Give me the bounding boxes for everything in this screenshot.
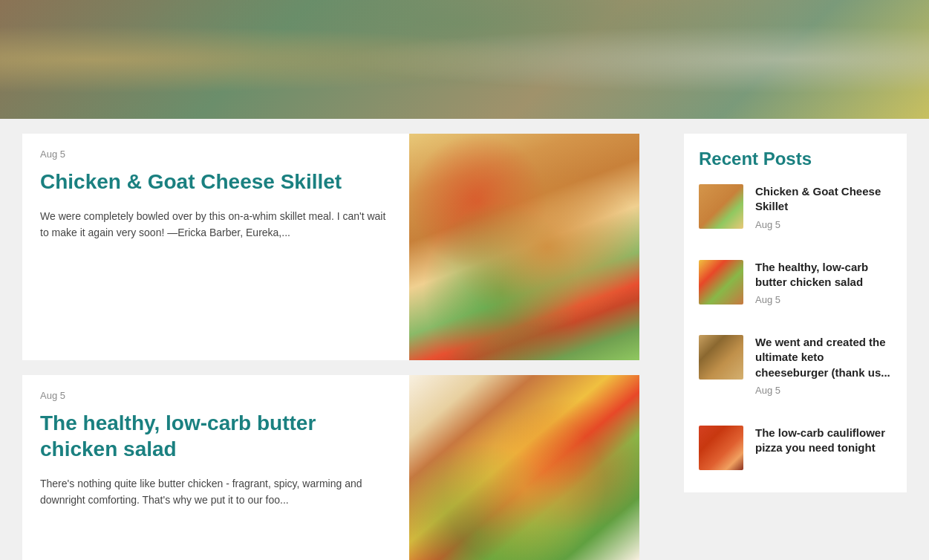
recent-post-title[interactable]: The low-carb cauliflower pizza you need … — [755, 426, 892, 456]
post-card: Aug 5 The healthy, low-carb butter chick… — [22, 375, 639, 560]
recent-post-info: We went and created the ultimate keto ch… — [755, 335, 892, 396]
post-image-chicken-salad — [409, 375, 639, 560]
recent-post-thumbnail — [699, 260, 743, 305]
post-image-chicken-skillet — [409, 134, 639, 360]
sidebar-card: Recent Posts Chicken & Goat Cheese Skill… — [684, 134, 907, 492]
recent-post-date: Aug 5 — [755, 219, 892, 230]
post-title[interactable]: Chicken & Goat Cheese Skillet — [40, 169, 391, 195]
post-excerpt: There's nothing quite like butter chicke… — [40, 475, 391, 509]
recent-post-date: Aug 5 — [755, 294, 892, 305]
post-card-image[interactable] — [409, 134, 639, 360]
post-date: Aug 5 — [40, 390, 391, 401]
recent-post-title[interactable]: The healthy, low-carb butter chicken sal… — [755, 260, 892, 290]
recent-post-thumbnail — [699, 426, 743, 470]
recent-post-info: The healthy, low-carb butter chicken sal… — [755, 260, 892, 306]
post-title[interactable]: The healthy, low-carb butter chicken sal… — [40, 410, 391, 462]
recent-post-item[interactable]: The healthy, low-carb butter chicken sal… — [699, 260, 892, 321]
recent-post-item[interactable]: We went and created the ultimate keto ch… — [699, 335, 892, 411]
sidebar: Recent Posts Chicken & Goat Cheese Skill… — [662, 119, 929, 560]
post-card-content: Aug 5 Chicken & Goat Cheese Skillet We w… — [22, 134, 409, 256]
post-card-image[interactable] — [409, 375, 639, 560]
page-layout: Aug 5 Chicken & Goat Cheese Skillet We w… — [0, 119, 929, 560]
recent-post-info: The low-carb cauliflower pizza you need … — [755, 426, 892, 460]
main-content: Aug 5 Chicken & Goat Cheese Skillet We w… — [0, 119, 662, 560]
recent-post-date: Aug 5 — [755, 385, 892, 396]
recent-post-title[interactable]: We went and created the ultimate keto ch… — [755, 335, 892, 380]
post-date: Aug 5 — [40, 149, 391, 160]
post-card: Aug 5 Chicken & Goat Cheese Skillet We w… — [22, 134, 639, 360]
post-card-content: Aug 5 The healthy, low-carb butter chick… — [22, 375, 409, 524]
hero-banner — [0, 0, 929, 119]
recent-post-item[interactable]: Chicken & Goat Cheese Skillet Aug 5 — [699, 184, 892, 245]
recent-post-item[interactable]: The low-carb cauliflower pizza you need … — [699, 426, 892, 485]
recent-post-thumbnail — [699, 335, 743, 380]
hero-image — [0, 0, 929, 119]
recent-posts-title: Recent Posts — [699, 149, 892, 169]
post-excerpt: We were completely bowled over by this o… — [40, 208, 391, 241]
recent-post-title[interactable]: Chicken & Goat Cheese Skillet — [755, 184, 892, 215]
recent-post-info: Chicken & Goat Cheese Skillet Aug 5 — [755, 184, 892, 230]
recent-post-thumbnail — [699, 184, 743, 229]
